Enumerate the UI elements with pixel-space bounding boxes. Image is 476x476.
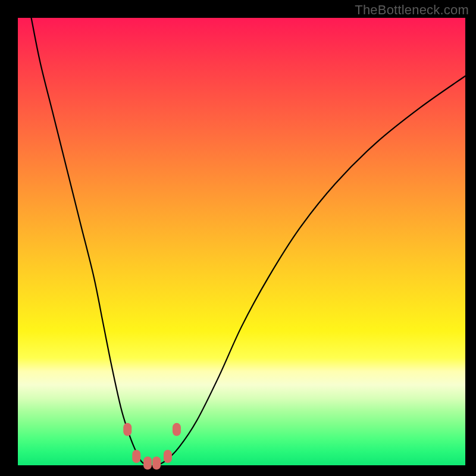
watermark-text: TheBottleneck.com bbox=[355, 2, 469, 18]
curve-markers bbox=[123, 423, 181, 469]
curve-marker bbox=[152, 456, 161, 469]
plot-area bbox=[18, 18, 465, 465]
curve-marker bbox=[123, 423, 131, 436]
bottleneck-curve bbox=[32, 18, 465, 466]
curve-svg bbox=[18, 18, 465, 465]
curve-marker bbox=[173, 423, 181, 436]
curve-marker bbox=[143, 456, 152, 469]
curve-marker bbox=[164, 450, 172, 463]
curve-marker bbox=[132, 450, 140, 463]
chart-frame: TheBottleneck.com bbox=[0, 0, 476, 476]
